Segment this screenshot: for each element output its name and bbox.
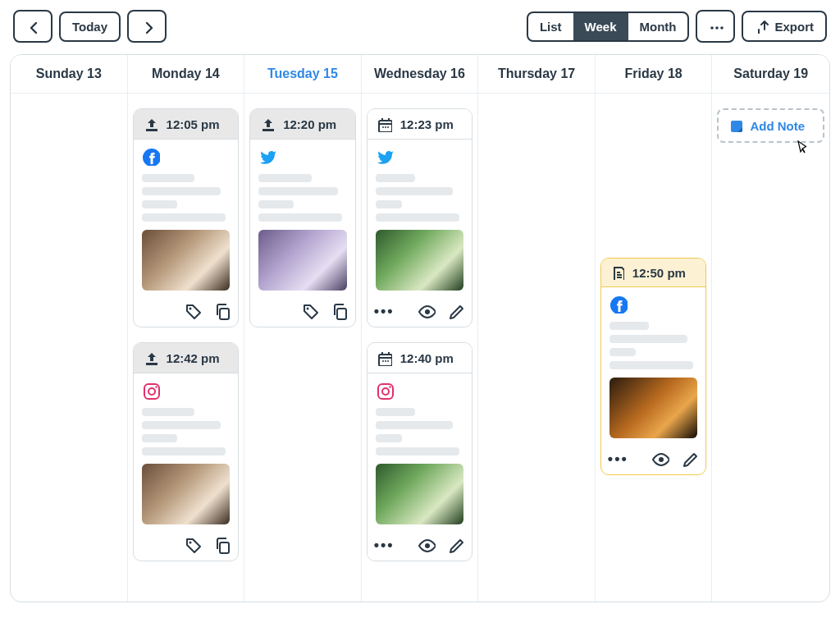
upload-icon bbox=[258, 116, 275, 132]
instagram-icon bbox=[142, 382, 160, 400]
day-column-tuesday: 12:20 pm bbox=[244, 94, 362, 602]
arrow-left-icon bbox=[25, 18, 41, 34]
add-note-button[interactable]: Add Note bbox=[717, 108, 824, 143]
add-note-label: Add Note bbox=[750, 119, 805, 133]
post-time: 12:05 pm bbox=[167, 117, 220, 131]
copy-icon[interactable] bbox=[213, 536, 231, 554]
more-icon[interactable]: ••• bbox=[374, 537, 395, 554]
post-thumbnail bbox=[258, 230, 347, 291]
day-column-monday: 12:05 pm 12:42 pm bbox=[128, 94, 245, 602]
export-icon bbox=[755, 19, 769, 34]
card-body bbox=[134, 140, 239, 297]
post-time: 12:42 pm bbox=[167, 351, 220, 365]
post-time: 12:20 pm bbox=[283, 117, 336, 131]
toolbar-right: List Week Month Export bbox=[527, 10, 827, 43]
post-time: 12:40 pm bbox=[400, 351, 454, 365]
today-button[interactable]: Today bbox=[59, 11, 121, 42]
card-actions bbox=[134, 531, 239, 561]
eye-icon[interactable] bbox=[418, 536, 436, 554]
upload-icon bbox=[142, 350, 158, 366]
view-month[interactable]: Month bbox=[628, 13, 688, 40]
copy-icon[interactable] bbox=[213, 302, 231, 320]
eye-icon[interactable] bbox=[418, 302, 436, 320]
day-header[interactable]: Thursday 17 bbox=[478, 55, 596, 93]
day-header-active[interactable]: Tuesday 15 bbox=[244, 55, 362, 93]
post-thumbnail bbox=[142, 464, 231, 524]
more-button[interactable] bbox=[696, 10, 735, 43]
tag-icon[interactable] bbox=[301, 302, 319, 320]
card-actions bbox=[250, 297, 355, 327]
post-card[interactable]: 12:42 pm bbox=[133, 342, 240, 561]
card-header: 12:23 pm bbox=[368, 109, 472, 140]
placeholder-text bbox=[258, 174, 347, 222]
post-card[interactable]: 12:40 pm ••• bbox=[367, 342, 473, 561]
day-header[interactable]: Sunday 13 bbox=[11, 55, 128, 93]
card-body bbox=[368, 140, 472, 297]
post-thumbnail bbox=[142, 230, 231, 291]
sticky-note-icon bbox=[728, 118, 743, 133]
toolbar: Today List Week Month Export bbox=[10, 10, 830, 43]
card-actions bbox=[134, 297, 239, 327]
card-body bbox=[368, 373, 472, 531]
card-header: 12:42 pm bbox=[134, 343, 239, 373]
day-header[interactable]: Friday 18 bbox=[596, 55, 713, 93]
placeholder-text bbox=[376, 174, 464, 222]
day-header[interactable]: Saturday 19 bbox=[712, 55, 829, 93]
note-card[interactable]: 12:50 pm ••• bbox=[600, 258, 707, 475]
view-list[interactable]: List bbox=[528, 13, 573, 40]
card-actions: ••• bbox=[368, 531, 472, 561]
export-button[interactable]: Export bbox=[742, 11, 827, 42]
post-card[interactable]: 12:05 pm bbox=[133, 108, 240, 327]
card-body bbox=[134, 373, 239, 531]
copy-icon[interactable] bbox=[331, 302, 349, 320]
note-icon bbox=[609, 265, 624, 280]
card-header: 12:05 pm bbox=[134, 109, 239, 140]
calendar-header: Sunday 13 Monday 14 Tuesday 15 Wednesday… bbox=[11, 55, 829, 93]
eye-icon[interactable] bbox=[651, 450, 669, 468]
tag-icon[interactable] bbox=[184, 536, 202, 554]
calendar-body: 12:05 pm 12:42 pm bbox=[11, 93, 829, 602]
more-icon bbox=[707, 18, 724, 34]
facebook-icon bbox=[142, 148, 160, 166]
post-time: 12:23 pm bbox=[400, 117, 454, 131]
day-column-thursday bbox=[478, 94, 596, 602]
facebook-icon bbox=[609, 295, 628, 314]
post-card[interactable]: 12:23 pm ••• bbox=[367, 108, 473, 327]
card-body bbox=[250, 140, 355, 297]
day-header[interactable]: Wednesday 16 bbox=[362, 55, 479, 93]
placeholder-text bbox=[376, 408, 464, 455]
upload-icon bbox=[142, 116, 158, 132]
tag-icon[interactable] bbox=[184, 302, 202, 320]
day-column-friday: 12:50 pm ••• bbox=[596, 94, 713, 602]
arrow-right-icon bbox=[139, 18, 155, 34]
edit-icon[interactable] bbox=[681, 450, 699, 468]
twitter-icon bbox=[258, 148, 276, 166]
cursor-icon bbox=[795, 140, 810, 158]
edit-icon[interactable] bbox=[447, 302, 465, 320]
post-thumbnail bbox=[376, 464, 464, 524]
calendar-icon bbox=[376, 350, 392, 366]
next-button[interactable] bbox=[127, 10, 167, 43]
more-icon[interactable]: ••• bbox=[608, 451, 628, 468]
card-header: 12:50 pm bbox=[601, 259, 706, 287]
more-icon[interactable]: ••• bbox=[374, 303, 395, 320]
card-body bbox=[601, 287, 706, 445]
instagram-icon bbox=[376, 382, 394, 400]
post-card[interactable]: 12:20 pm bbox=[249, 108, 356, 327]
card-actions: ••• bbox=[368, 297, 472, 327]
day-column-wednesday: 12:23 pm ••• 12:40 p bbox=[362, 94, 479, 602]
placeholder-text bbox=[609, 322, 698, 369]
card-actions: ••• bbox=[601, 445, 706, 474]
edit-icon[interactable] bbox=[447, 536, 465, 554]
view-week[interactable]: Week bbox=[573, 13, 628, 40]
card-header: 12:20 pm bbox=[250, 109, 355, 140]
placeholder-text bbox=[142, 174, 231, 222]
post-time: 12:50 pm bbox=[632, 266, 686, 280]
calendar-icon bbox=[376, 116, 392, 132]
calendar: Sunday 13 Monday 14 Tuesday 15 Wednesday… bbox=[10, 54, 830, 602]
day-header[interactable]: Monday 14 bbox=[128, 55, 245, 93]
export-label: Export bbox=[774, 20, 814, 34]
day-column-saturday: Add Note bbox=[712, 94, 829, 602]
toolbar-left: Today bbox=[13, 10, 167, 43]
prev-button[interactable] bbox=[13, 10, 52, 43]
